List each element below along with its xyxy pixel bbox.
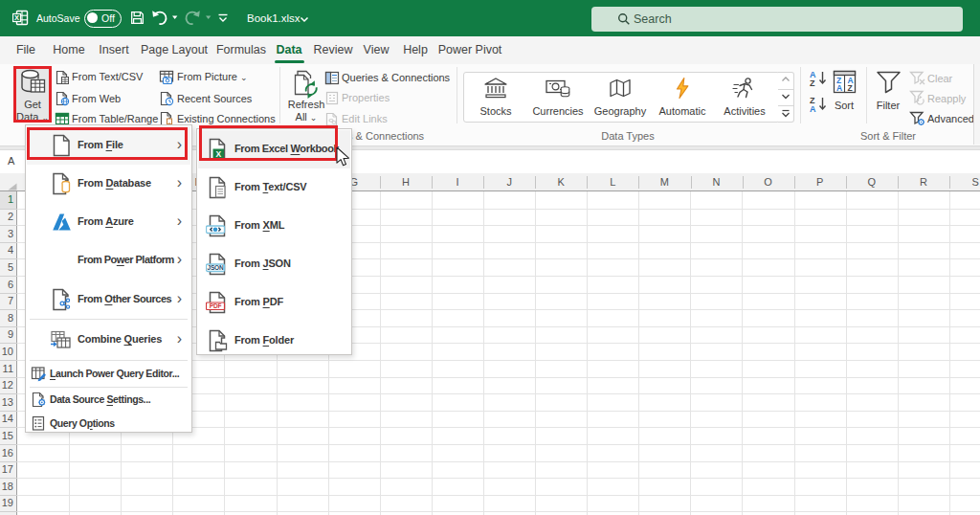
svg-text:Z: Z xyxy=(810,78,815,87)
svg-text:X: X xyxy=(14,13,19,22)
svg-text:A: A xyxy=(810,104,816,113)
svg-text:PDF: PDF xyxy=(210,302,222,309)
svg-text:Z: Z xyxy=(848,83,853,93)
svg-text:A: A xyxy=(836,83,842,93)
svg-text:JSON: JSON xyxy=(208,264,224,271)
